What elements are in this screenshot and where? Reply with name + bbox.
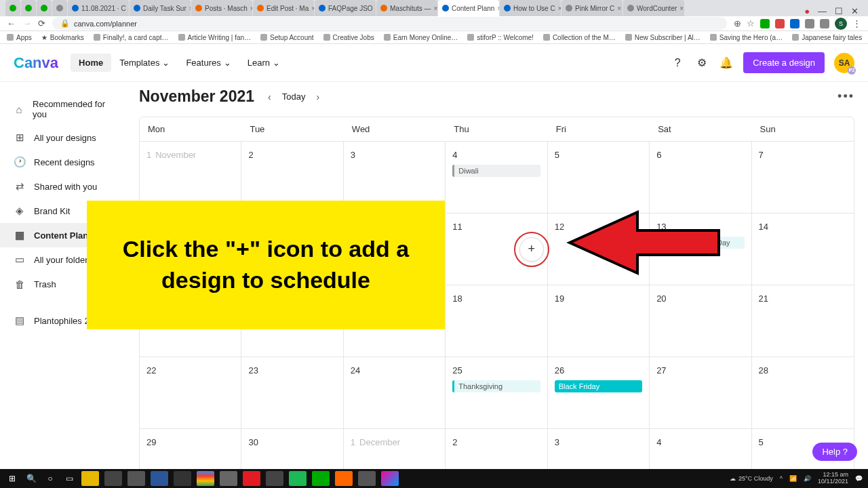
browser-tab[interactable] bbox=[5, 0, 20, 16]
calendar-cell[interactable]: 22 bbox=[140, 357, 241, 428]
forward-icon[interactable]: → bbox=[22, 18, 31, 28]
sidebar-item-recommended-for-you[interactable]: ⌂Recommended for you bbox=[0, 93, 125, 125]
taskbar-app[interactable] bbox=[81, 471, 99, 486]
zoom-icon[interactable]: ⊕ bbox=[734, 18, 741, 28]
more-options-icon[interactable]: ••• bbox=[837, 89, 854, 104]
taskbar-app[interactable] bbox=[312, 471, 330, 486]
chevron-right-icon[interactable]: › bbox=[312, 89, 323, 105]
browser-tab[interactable]: How to Use C× bbox=[500, 0, 561, 16]
close-icon[interactable]: × bbox=[497, 5, 499, 12]
chevron-up-icon[interactable]: ^ bbox=[780, 475, 783, 482]
weather-widget[interactable]: ☁25°C Cloudy bbox=[730, 475, 773, 482]
extension-icon[interactable] bbox=[775, 19, 785, 28]
browser-tab[interactable] bbox=[21, 0, 36, 16]
cortana-icon[interactable]: ○ bbox=[43, 472, 57, 485]
calendar-event[interactable]: Diwali bbox=[452, 165, 540, 177]
browser-tab[interactable] bbox=[37, 0, 52, 16]
taskbar-app[interactable] bbox=[289, 471, 307, 486]
calendar-cell[interactable]: 4Diwali bbox=[446, 142, 547, 213]
add-design-button[interactable]: + bbox=[519, 237, 544, 262]
gear-icon[interactable]: ⚙ bbox=[694, 56, 709, 70]
nav-learn[interactable]: Learn ⌄ bbox=[239, 54, 288, 72]
browser-tab[interactable]: Pink Mirror C× bbox=[561, 0, 623, 16]
bookmark-apps[interactable]: Apps bbox=[7, 34, 32, 41]
canva-logo[interactable]: Canva bbox=[14, 54, 58, 72]
chevron-left-icon[interactable]: ‹ bbox=[264, 89, 275, 105]
calendar-cell[interactable]: 12+ bbox=[548, 214, 650, 285]
bookmark[interactable]: Article Writing | fan… bbox=[178, 34, 252, 41]
bookmark[interactable]: Earn Money Online… bbox=[384, 34, 458, 41]
wifi-icon[interactable]: 📶 bbox=[789, 475, 797, 482]
record-icon[interactable]: ● bbox=[804, 6, 810, 16]
volume-icon[interactable]: 🔊 bbox=[804, 475, 811, 482]
today-button[interactable]: Today bbox=[282, 92, 306, 102]
url-field[interactable]: 🔒 canva.com/planner bbox=[52, 17, 727, 30]
taskbar-app[interactable] bbox=[358, 471, 376, 486]
browser-tab[interactable]: Daily Task Sur× bbox=[130, 0, 191, 16]
calendar-cell[interactable]: 7 bbox=[752, 142, 854, 213]
taskbar-app[interactable] bbox=[220, 471, 237, 486]
bookmark[interactable]: Setup Account bbox=[260, 34, 314, 41]
profile-icon[interactable]: S bbox=[835, 18, 847, 30]
calendar-cell[interactable]: 25Thanksgiving bbox=[446, 357, 547, 428]
close-icon[interactable]: × bbox=[189, 5, 191, 12]
browser-tab[interactable]: FAQPage JSO× bbox=[315, 0, 376, 16]
calendar-event[interactable]: Thanksgiving bbox=[452, 380, 540, 392]
bookmark[interactable]: Japanese fairy tales bbox=[792, 34, 862, 41]
calendar-cell[interactable]: 27 bbox=[650, 357, 751, 428]
calendar-cell[interactable]: 20 bbox=[650, 285, 751, 357]
calendar-cell[interactable]: 26Black Friday bbox=[548, 357, 650, 428]
sidebar-item-shared-with-you[interactable]: ⇄Shared with you bbox=[0, 174, 125, 199]
bell-icon[interactable]: 🔔 bbox=[719, 56, 734, 70]
taskbar-app[interactable] bbox=[381, 471, 399, 486]
calendar-cell[interactable]: 14 bbox=[752, 214, 854, 285]
sidebar-item-recent-designs[interactable]: 🕐Recent designs bbox=[0, 150, 125, 174]
sidebar-item-all-your-designs[interactable]: ⊞All your designs bbox=[0, 125, 125, 150]
taskbar-app[interactable] bbox=[127, 471, 145, 486]
calendar-event[interactable]: Black Friday bbox=[555, 380, 642, 392]
close-icon[interactable]: × bbox=[617, 5, 621, 12]
taskbar-app[interactable] bbox=[151, 471, 168, 486]
calendar-cell[interactable]: 23 bbox=[241, 357, 343, 428]
bookmark[interactable]: Saving the Hero (a… bbox=[710, 34, 783, 41]
bookmark[interactable]: Finally!, a card capt… bbox=[94, 34, 169, 41]
bookmark[interactable]: New Subscriber | Al… bbox=[625, 34, 701, 41]
search-icon[interactable]: 🔍 bbox=[24, 472, 38, 485]
bookmark[interactable]: ★Bookmarks bbox=[41, 34, 84, 41]
taskbar-app[interactable] bbox=[104, 471, 122, 486]
calendar-cell[interactable]: 18 bbox=[446, 285, 547, 357]
extension-icon[interactable] bbox=[760, 19, 770, 28]
create-design-button[interactable]: Create a design bbox=[743, 52, 825, 73]
calendar-cell[interactable]: 6 bbox=[650, 142, 751, 213]
close-icon[interactable]: × bbox=[558, 5, 561, 12]
nav-home[interactable]: Home bbox=[71, 54, 111, 72]
clock[interactable]: 12:15 am 10/11/2021 bbox=[818, 472, 848, 485]
notification-icon[interactable]: 💬 bbox=[855, 475, 863, 482]
taskbar-app[interactable] bbox=[335, 471, 353, 486]
browser-tab[interactable]: WordCounter× bbox=[623, 0, 684, 16]
taskbar-app[interactable] bbox=[174, 471, 191, 486]
bookmark[interactable]: Creative Jobs bbox=[323, 34, 374, 41]
taskbar-app[interactable] bbox=[243, 471, 260, 486]
reload-icon[interactable]: ⟳ bbox=[38, 18, 45, 28]
close-icon[interactable]: ✕ bbox=[851, 6, 859, 16]
browser-tab-active[interactable]: Content Plann× bbox=[438, 0, 499, 16]
extension-icon[interactable] bbox=[790, 19, 800, 28]
close-icon[interactable]: × bbox=[679, 5, 684, 12]
close-icon[interactable]: × bbox=[311, 5, 314, 12]
calendar-cell[interactable]: 24 bbox=[344, 357, 446, 428]
browser-tab[interactable]: 11.08.2021 · C× bbox=[68, 0, 129, 16]
back-icon[interactable]: ← bbox=[7, 18, 16, 28]
close-icon[interactable]: × bbox=[434, 5, 437, 12]
calendar-cell[interactable]: 5 bbox=[548, 142, 650, 213]
extension-icon[interactable] bbox=[820, 19, 829, 28]
calendar-cell[interactable]: 28 bbox=[752, 357, 854, 428]
bookmark[interactable]: stiforP :: Welcome! bbox=[467, 34, 534, 41]
taskbar-app[interactable] bbox=[197, 471, 214, 486]
taskbar-app[interactable] bbox=[266, 471, 283, 486]
user-avatar[interactable]: SAP2 bbox=[834, 53, 854, 73]
help-button[interactable]: Help ? bbox=[812, 443, 857, 461]
browser-tab[interactable]: Edit Post · Ma× bbox=[253, 0, 314, 16]
task-view-icon[interactable]: ▭ bbox=[62, 472, 76, 485]
star-icon[interactable]: ☆ bbox=[747, 18, 755, 28]
